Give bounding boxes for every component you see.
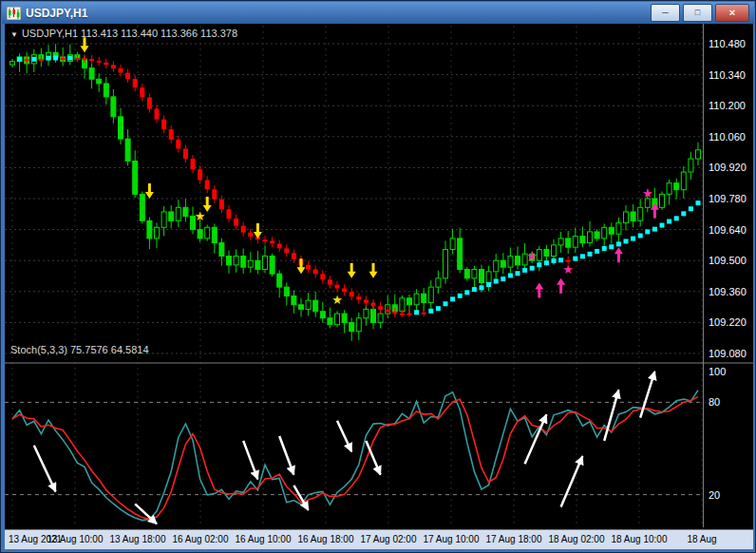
chevron-down-icon: ▼: [10, 30, 18, 39]
price-tick-label: 109.640: [709, 224, 747, 236]
trend-arrow-icon: [640, 372, 654, 418]
trend-arrow-icon: [525, 414, 547, 464]
time-axis: 13 Aug 202113 Aug 10:0013 Aug 18:0016 Au…: [5, 529, 753, 549]
stoch-tick-label: 80: [709, 396, 720, 408]
titlebar-buttons: ─ □ ×: [651, 4, 749, 22]
time-label: 18 Aug 02:00: [549, 534, 605, 544]
price-tick-label: 110.200: [709, 100, 746, 111]
price-tick-label: 109.220: [709, 316, 747, 328]
star-icon: ★: [195, 209, 206, 223]
trend-arrow-icon: [279, 436, 293, 475]
signal-annotations-layer: ★★★★★: [81, 37, 659, 307]
trend-arrow-icon: [366, 441, 380, 475]
window-icon: [7, 7, 21, 20]
price-chart-canvas[interactable]: ★★★★★110.480110.340110.200110.060109.920…: [5, 24, 753, 529]
price-tick-label: 109.360: [709, 286, 747, 297]
time-label: 16 Aug 10:00: [236, 534, 292, 544]
stoch-tick-label: 20: [709, 489, 720, 501]
window-title: USDJPY,H1: [26, 7, 87, 20]
chart-area[interactable]: ★★★★★110.480110.340110.200110.060109.920…: [5, 24, 753, 529]
time-label: 13 Aug 10:00: [47, 534, 104, 544]
time-label: 17 Aug 18:00: [486, 534, 542, 544]
price-tick-label: 109.780: [709, 193, 747, 204]
star-icon: ★: [526, 249, 538, 263]
stoch-main-line: [12, 391, 698, 521]
star-icon: ★: [642, 186, 653, 200]
trend-arrow-icon: [561, 456, 583, 506]
price-tick-label: 109.080: [709, 348, 747, 359]
time-label: 17 Aug 10:00: [424, 534, 480, 544]
star-icon: ★: [562, 262, 574, 276]
time-label: 17 Aug 02:00: [361, 534, 417, 544]
trend-arrow-icon: [34, 446, 56, 492]
minimize-button[interactable]: ─: [651, 4, 680, 22]
price-tick-label: 109.920: [709, 162, 747, 173]
symbol-ohlc-label: ▼USDJPY,H1 113.413 113.440 113.366 113.3…: [10, 28, 237, 39]
star-icon: ★: [331, 293, 343, 307]
close-button[interactable]: ×: [715, 4, 749, 22]
stochastic-indicator-label: Stoch(5,3,3) 75.7576 64.5814: [10, 344, 149, 355]
trend-arrow-icon: [337, 421, 351, 451]
price-tick-label: 109.500: [709, 255, 747, 266]
time-label: 16 Aug 18:00: [298, 534, 354, 544]
price-tick-label: 110.060: [709, 131, 746, 143]
time-label: 18 Aug: [687, 534, 716, 544]
price-tick-label: 110.340: [709, 69, 746, 81]
maximize-button[interactable]: □: [683, 4, 712, 22]
price-tick-label: 110.480: [709, 38, 746, 49]
trend-arrow-icon: [243, 441, 257, 480]
mt4-chart-window: USDJPY,H1 ─ □ × ★★★★★110.480110.340110.2…: [0, 0, 756, 553]
stoch-tick-label: 100: [709, 366, 726, 377]
time-label: 18 Aug 10:00: [612, 534, 668, 544]
stoch-signal-line: [12, 397, 698, 520]
time-label: 16 Aug 02:00: [173, 534, 229, 544]
candles-layer: [10, 44, 701, 341]
ha-smoothed-ribbon-layer: [17, 54, 700, 317]
window-titlebar: USDJPY,H1 ─ □ ×: [2, 2, 754, 24]
time-label: 13 Aug 18:00: [110, 534, 166, 544]
